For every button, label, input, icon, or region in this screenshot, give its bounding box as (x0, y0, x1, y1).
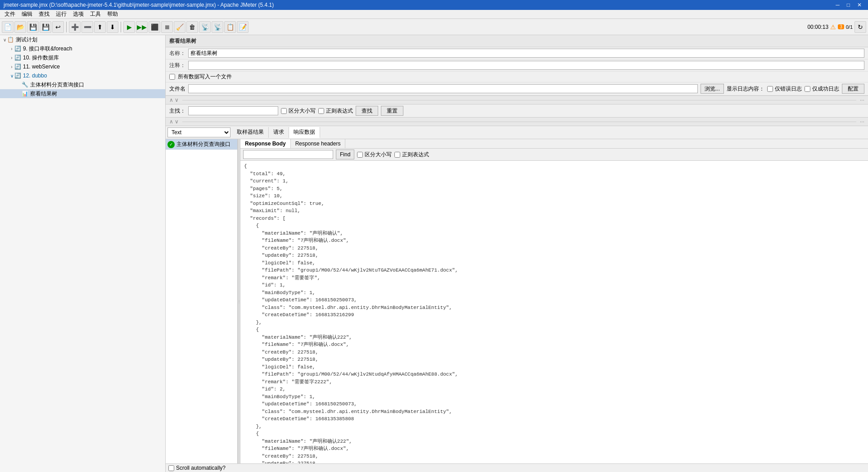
copy-button[interactable]: ⬆ (94, 21, 106, 33)
tab-request[interactable]: 请求 (269, 127, 289, 138)
label-test-plan: 测试计划 (16, 36, 37, 44)
title-bar-controls: ─ □ ✕ (833, 2, 864, 8)
file-input[interactable] (188, 84, 698, 93)
menu-find[interactable]: 查找 (36, 9, 52, 19)
title-bar: jmeter-sample.jmx (D:\soft\apache-jmeter… (0, 0, 868, 10)
scroll-auto-checkbox[interactable] (168, 465, 174, 471)
new-button[interactable]: 📄 (2, 21, 14, 33)
tree-item-test-plan[interactable]: ∨ 📋 测试计划 (0, 35, 165, 44)
scroll-auto-label: Scroll automatically? (176, 465, 226, 471)
icon-test-plan: 📋 (7, 36, 14, 43)
shutdown-button[interactable]: ⏹ (161, 21, 173, 33)
case-sensitive-row: 区分大小写 (281, 107, 316, 115)
regex-checkbox[interactable] (318, 108, 324, 114)
stop-button[interactable]: ⬛ (149, 21, 160, 33)
config-button[interactable]: 配置 (842, 84, 864, 94)
scroll-auto-bar: Scroll automatically? (166, 463, 868, 472)
regex-row: 正则表达式 (318, 107, 353, 115)
success-log-checkbox[interactable] (805, 86, 810, 92)
case-sensitive-checkbox[interactable] (281, 108, 287, 114)
comment-input[interactable] (188, 61, 864, 70)
err-log-label: 仅错误日志 (775, 85, 802, 93)
toggle-12: ∨ (9, 73, 14, 78)
clear-all-button[interactable]: 🗑 (186, 21, 198, 33)
label-11: 11. webService (23, 64, 60, 70)
toggle-test-plan: ∨ (2, 37, 7, 42)
icon-result: 📊 (22, 91, 28, 97)
case-sensitive-label: 区分大小写 (289, 107, 316, 115)
start-no-pause-button[interactable]: ▶▶ (136, 21, 148, 33)
clear-button[interactable]: 🧹 (174, 21, 185, 33)
tree-item-result-tree[interactable]: 📊 察看结果树 (0, 89, 165, 98)
list-button[interactable]: 📋 (224, 21, 236, 33)
label-material: 主体材料分页查询接口 (30, 81, 84, 89)
maximize-button[interactable]: □ (844, 2, 853, 8)
menu-help[interactable]: 帮助 (104, 9, 121, 19)
all-data-checkbox[interactable] (169, 74, 175, 80)
add-button[interactable]: ➕ (69, 21, 81, 33)
main-search-input[interactable] (188, 106, 278, 115)
start-button[interactable]: ▶ (123, 21, 135, 33)
name-input[interactable] (188, 49, 864, 58)
file-row: 文件名 浏览... 显示日志内容： 仅错误日志 仅成功日志 配置 (166, 82, 868, 95)
menu-options[interactable]: 选项 (70, 9, 86, 19)
tab-response-data[interactable]: 响应数据 (289, 127, 320, 138)
right-panel: 察看结果树 名称： 注释： 所有数据写入一个文件 文件名 浏览... 显示日志内… (166, 35, 868, 472)
panel-title-text: 察看结果树 (169, 38, 196, 44)
reset-button[interactable]: 重置 (381, 106, 403, 116)
toolbar: 📄 📂 💾 💾 ↩ ➕ ➖ ⬆ ⬇ ▶ ▶▶ ⬛ ⏹ 🧹 🗑 📡 📡 📋 📝 0… (0, 19, 868, 35)
remote-start-button[interactable]: 📡 (199, 21, 211, 33)
sampler-tabs: 取样器结果 请求 响应数据 (232, 127, 866, 138)
tree-item-10[interactable]: › 🔄 10. 操作数据库 (0, 53, 165, 62)
menu-file[interactable]: 文件 (2, 9, 18, 19)
icon-material: 🔧 (22, 82, 28, 88)
name-label: 名称： (169, 50, 185, 57)
tree-item-9[interactable]: › 🔄 9. 接口串联&foreach (0, 44, 165, 53)
remove-button[interactable]: ➖ (81, 21, 93, 33)
left-panel: ∨ 📋 测试计划 › 🔄 9. 接口串联&foreach › 🔄 10. 操作数… (0, 35, 166, 472)
close-button[interactable]: ✕ (854, 2, 864, 8)
tab-sampler-result[interactable]: 取样器结果 (232, 127, 269, 138)
label-result: 察看结果树 (30, 90, 57, 98)
menu-edit[interactable]: 编辑 (19, 9, 35, 19)
menu-tools[interactable]: 工具 (87, 9, 104, 19)
response-body-tab[interactable]: Response Body (240, 139, 291, 148)
save-as-button[interactable]: 💾 (40, 21, 51, 33)
find-button[interactable]: 查找 (356, 106, 378, 116)
find-input[interactable] (243, 150, 333, 159)
remote-stop-button[interactable]: 📡 (212, 21, 223, 33)
paste-button[interactable]: ⬇ (107, 21, 118, 33)
resp-case-checkbox[interactable] (357, 152, 363, 158)
search-divider-1: ∧ ∨ ··· (166, 95, 868, 104)
find-response-button[interactable]: Find (336, 150, 354, 159)
panel-title: 察看结果树 (166, 35, 868, 47)
browse-button[interactable]: 浏览... (701, 84, 724, 94)
sampler-list: ✓ 主体材料分页查询接口 (166, 139, 238, 463)
menu-run[interactable]: 运行 (53, 9, 69, 19)
refresh-button[interactable]: ↻ (854, 21, 866, 33)
toggle-10: › (9, 55, 14, 60)
content-area: Response Body Response headers Find 区分大小… (240, 139, 868, 463)
tree-item-12[interactable]: ∨ 🔄 12. dubbo (0, 71, 165, 80)
log-button[interactable]: 📝 (237, 21, 249, 33)
resp-regex-row: 正则表达式 (394, 151, 429, 159)
sampler-item-material[interactable]: ✓ 主体材料分页查询接口 (166, 139, 237, 150)
tree-item-material[interactable]: 🔧 主体材料分页查询接口 (0, 80, 165, 89)
save-button[interactable]: 💾 (27, 21, 39, 33)
resp-regex-checkbox[interactable] (394, 152, 400, 158)
text-dropdown[interactable]: Text (167, 127, 231, 137)
comment-row: 注释： (166, 59, 868, 72)
minimize-button[interactable]: ─ (833, 2, 842, 8)
tree-item-11[interactable]: › 🔄 11. webService (0, 62, 165, 71)
label-10: 10. 操作数据库 (23, 54, 59, 62)
resp-case-row: 区分大小写 (357, 151, 392, 159)
icon-11: 🔄 (14, 64, 21, 70)
response-headers-tab[interactable]: Response headers (291, 139, 346, 148)
revert-button[interactable]: ↩ (52, 21, 64, 33)
all-data-label: 所有数据写入一个文件 (178, 73, 232, 81)
warn-icon: ⚠ (830, 23, 836, 31)
resp-case-label: 区分大小写 (365, 151, 392, 159)
err-log-row: 仅错误日志 (767, 85, 802, 93)
err-log-checkbox[interactable] (767, 86, 773, 92)
open-button[interactable]: 📂 (14, 21, 26, 33)
